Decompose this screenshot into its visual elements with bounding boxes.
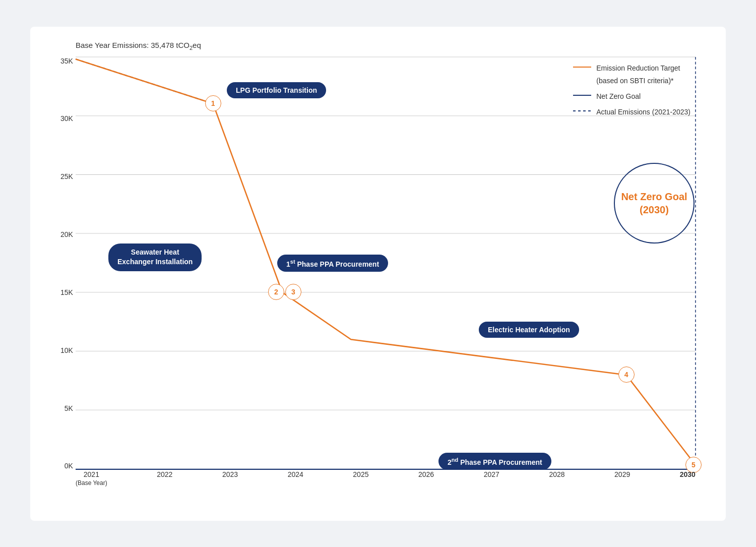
y-label-30k: 30K xyxy=(60,114,77,123)
legend-line-orange xyxy=(573,67,591,68)
annotation-circle-2: 2 xyxy=(268,284,284,300)
legend-line-dotted xyxy=(573,110,591,111)
y-label-15k: 15K xyxy=(60,288,77,296)
annotation-seawater: Seawater HeatExchanger Installation xyxy=(108,244,202,271)
annotation-ppa-1: 1st Phase PPA Procurement xyxy=(277,255,388,272)
legend-item-emission-target: Emission Reduction Target(based on SBTI … xyxy=(573,62,690,87)
chart-container: Base Year Emissions: 35,478 tCO2eq 35K 3… xyxy=(30,27,726,521)
annotation-circle-3: 3 xyxy=(285,284,301,300)
x-label-2022: 2022 xyxy=(157,470,172,478)
annotation-lpg-portfolio: LPG Portfolio Transition xyxy=(227,82,326,98)
x-label-2028: 2028 xyxy=(549,470,564,478)
y-label-25k: 25K xyxy=(60,172,77,180)
y-label-35k: 35K xyxy=(60,57,77,65)
legend-item-net-zero: Net Zero Goal xyxy=(573,90,690,103)
y-label-20k: 20K xyxy=(60,230,77,238)
x-label-2023: 2023 xyxy=(222,470,238,478)
x-label-2026: 2026 xyxy=(418,470,434,478)
annotation-ppa-2: 2nd Phase PPA Procurement xyxy=(438,453,551,470)
annotation-circle-4: 4 xyxy=(618,367,635,383)
legend-text-emission-target: Emission Reduction Target(based on SBTI … xyxy=(596,62,680,87)
legend-text-actual-emissions: Actual Emissions (2021-2023) xyxy=(596,106,690,118)
x-label-2021: 2021(Base Year) xyxy=(76,470,107,487)
base-year-label: Base Year Emissions: 35,478 tCO2eq xyxy=(76,41,201,51)
net-zero-label: Net Zero Goal(2030) xyxy=(621,190,687,216)
x-label-2030: 2030 xyxy=(680,470,696,478)
x-label-2024: 2024 xyxy=(288,470,303,478)
y-axis: 35K 30K 25K 20K 15K 10K 5K 0K xyxy=(60,57,77,470)
x-label-2025: 2025 xyxy=(353,470,368,478)
x-label-2029: 2029 xyxy=(614,470,630,478)
legend: Emission Reduction Target(based on SBTI … xyxy=(573,62,690,122)
legend-line-navy xyxy=(573,95,591,96)
x-axis: 2021(Base Year) 2022 2023 2024 2025 2026… xyxy=(76,470,696,487)
y-label-10k: 10K xyxy=(60,346,77,354)
x-label-2027: 2027 xyxy=(484,470,499,478)
annotation-circle-1: 1 xyxy=(205,95,221,111)
annotation-electric-heater: Electric Heater Adoption xyxy=(479,322,579,338)
legend-item-actual-emissions: Actual Emissions (2021-2023) xyxy=(573,106,690,118)
net-zero-circle: Net Zero Goal(2030) xyxy=(614,163,695,244)
legend-text-net-zero: Net Zero Goal xyxy=(596,90,641,103)
